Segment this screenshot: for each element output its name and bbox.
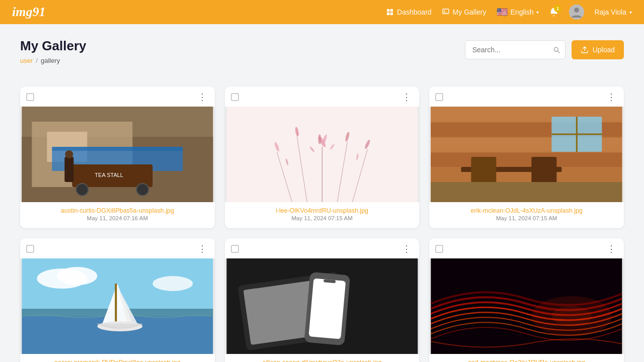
- card-image[interactable]: [225, 107, 420, 202]
- upload-button[interactable]: Upload: [572, 40, 624, 59]
- svg-rect-42: [431, 153, 622, 167]
- upload-icon: [581, 46, 589, 54]
- gallery-card: ⋮: [20, 238, 215, 362]
- card-menu-button[interactable]: ⋮: [605, 92, 618, 103]
- card-image[interactable]: TEA STALL: [20, 107, 215, 202]
- flag-icon: 🇺🇸: [497, 7, 508, 18]
- nav-my-gallery[interactable]: My Gallery: [442, 8, 487, 16]
- breadcrumb-user[interactable]: user: [20, 57, 33, 64]
- gallery-card: ⋮: [429, 86, 624, 228]
- svg-text:TEA STALL: TEA STALL: [95, 172, 123, 178]
- card-checkbox[interactable]: [231, 245, 239, 253]
- card-menu-button[interactable]: ⋮: [400, 243, 413, 254]
- user-chevron-icon: ▾: [629, 10, 632, 15]
- card-header: ⋮: [429, 238, 624, 258]
- breadcrumb-separator: /: [36, 57, 38, 64]
- svg-point-53: [152, 276, 193, 291]
- card-menu-button[interactable]: ⋮: [605, 243, 618, 254]
- avatar: [569, 5, 584, 20]
- gallery-card: ⋮: [225, 86, 420, 228]
- card-header: ⋮: [20, 238, 215, 258]
- card-date: May 11, 2024 07:15 AM: [232, 215, 413, 221]
- card-menu-button[interactable]: ⋮: [196, 243, 209, 254]
- svg-rect-49: [431, 182, 622, 202]
- nav-user[interactable]: Raja Viola ▾: [594, 8, 632, 16]
- card-date: May 11, 2024 07:15 AM: [436, 215, 617, 221]
- svg-rect-58: [115, 284, 117, 325]
- nav-right: Dashboard My Gallery 🇺🇸 English ▾ 1 Raja…: [386, 5, 632, 20]
- gallery-icon: [442, 8, 450, 16]
- search-icon: [552, 46, 560, 54]
- gallery-card: ⋮ TEA STALL: [20, 86, 215, 228]
- card-image[interactable]: [429, 258, 624, 354]
- card-image[interactable]: [20, 258, 215, 354]
- svg-point-27: [318, 134, 321, 144]
- nav-dashboard[interactable]: Dashboard: [386, 8, 432, 16]
- card-footer: austin-curtis-DGXi8Pbas5a-unsplash.jpg M…: [20, 202, 215, 228]
- card-date: May 11, 2024 07:16 AM: [27, 215, 208, 221]
- card-checkbox[interactable]: [435, 245, 443, 253]
- search-button[interactable]: [552, 46, 560, 54]
- card-header: ⋮: [225, 238, 420, 258]
- search-input[interactable]: [465, 40, 566, 59]
- card-filename[interactable]: allison-saeng-dKmwbcvaQ3a-unsplash.jpg: [232, 359, 413, 362]
- language-chevron-icon: ▾: [536, 10, 539, 15]
- svg-rect-12: [52, 147, 183, 151]
- card-footer: allison-saeng-dKmwbcvaQ3a-unsplash.jpg M…: [225, 354, 420, 362]
- card-filename[interactable]: neeraj-pramanik-RVDnPmc0Inc-unsplash.jpg: [27, 359, 208, 362]
- card-checkbox[interactable]: [26, 93, 34, 101]
- svg-point-68: [552, 306, 592, 326]
- card-image[interactable]: [225, 258, 420, 354]
- header: img91 Dashboard My Gallery 🇺🇸 English ▾ …: [0, 0, 644, 24]
- svg-rect-0: [387, 9, 389, 12]
- gallery-grid: ⋮ TEA STALL: [20, 86, 624, 362]
- card-header: ⋮: [20, 86, 215, 107]
- svg-point-19: [65, 150, 73, 158]
- card-filename[interactable]: i-lee-OlKVo4mrdRU-unsplash.jpg: [232, 207, 413, 214]
- card-checkbox[interactable]: [26, 245, 34, 253]
- breadcrumb-gallery: gallery: [41, 57, 60, 64]
- page-title: My Gallery: [20, 38, 87, 54]
- notification-badge: 1: [554, 5, 561, 12]
- card-footer: erik-mclean-OJdL-4sXUzA-unsplash.jpg May…: [429, 202, 624, 228]
- card-filename[interactable]: erik-mclean-OJdL-4sXUzA-unsplash.jpg: [436, 207, 617, 214]
- svg-point-7: [574, 8, 579, 13]
- svg-rect-1: [390, 9, 393, 12]
- card-menu-button[interactable]: ⋮: [196, 92, 209, 103]
- svg-point-15: [76, 184, 88, 196]
- card-footer: neeraj-pramanik-RVDnPmc0Inc-unsplash.jpg…: [20, 354, 215, 362]
- notification-button[interactable]: 1: [549, 7, 559, 17]
- card-filename[interactable]: austin-curtis-DGXi8Pbas5a-unsplash.jpg: [27, 207, 208, 214]
- svg-rect-3: [390, 13, 393, 15]
- card-footer: i-lee-OlKVo4mrdRU-unsplash.jpg May 11, 2…: [225, 202, 420, 228]
- svg-point-52: [57, 267, 97, 285]
- card-header: ⋮: [225, 86, 420, 107]
- search-wrapper: [465, 40, 566, 59]
- svg-rect-64: [308, 278, 346, 339]
- svg-point-5: [444, 11, 445, 12]
- svg-rect-2: [387, 13, 389, 15]
- card-menu-button[interactable]: ⋮: [400, 92, 413, 103]
- gallery-card: ⋮ and-mach: [429, 238, 624, 362]
- dashboard-icon: [386, 8, 394, 16]
- gallery-card: ⋮ allison-saeng-dKmwbcvaQ3a-unsplash.jpg…: [225, 238, 420, 362]
- main-content: My Gallery user / gallery Upload: [0, 24, 644, 362]
- logo: img91: [12, 5, 45, 20]
- card-footer: and-machines-Qa3iix7QVRa-unsplash.jpg Ma…: [429, 354, 624, 362]
- card-checkbox[interactable]: [231, 93, 239, 101]
- nav-language[interactable]: 🇺🇸 English ▾: [497, 7, 539, 18]
- card-header: ⋮: [429, 86, 624, 107]
- breadcrumb: user / gallery: [20, 57, 87, 64]
- svg-rect-18: [64, 157, 73, 182]
- svg-point-16: [136, 184, 148, 196]
- card-filename[interactable]: and-machines-Qa3iix7QVRa-unsplash.jpg: [436, 359, 617, 362]
- card-checkbox[interactable]: [435, 93, 443, 101]
- card-image[interactable]: [429, 107, 624, 202]
